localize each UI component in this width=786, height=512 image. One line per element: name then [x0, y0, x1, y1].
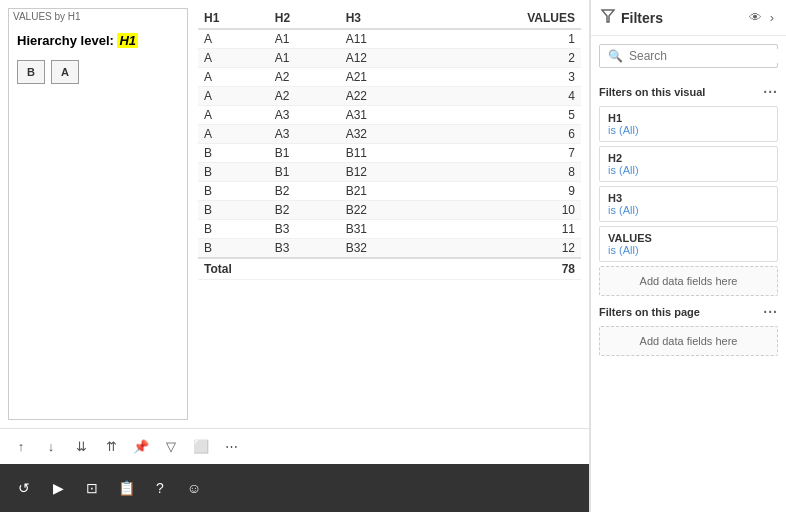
filter-item-name: H1: [608, 112, 769, 124]
cell-h2: A2: [269, 87, 340, 106]
cell-values: 11: [426, 220, 581, 239]
table-row: B B1 B11 7: [198, 144, 581, 163]
cell-values: 9: [426, 182, 581, 201]
col-header-h2: H2: [269, 8, 340, 29]
cell-h1: A: [198, 49, 269, 68]
hierarchy-label: Hierarchy level: H1: [17, 33, 179, 48]
visibility-icon[interactable]: 👁: [747, 8, 764, 27]
play-icon[interactable]: ▶: [44, 474, 72, 502]
cell-h2: A1: [269, 49, 340, 68]
main-area: VALUES by H1 Hierarchy level: H1 B A H1 …: [0, 0, 590, 512]
col-header-values: VALUES: [426, 8, 581, 29]
cell-h2: B2: [269, 201, 340, 220]
table-area: H1 H2 H3 VALUES A A1 A11 1 A A1 A12 2 A …: [198, 8, 581, 420]
cell-h3: B32: [340, 239, 426, 259]
add-fields-visual-btn[interactable]: Add data fields here: [599, 266, 778, 296]
cell-h2: A3: [269, 106, 340, 125]
filters-title: Filters: [621, 10, 741, 26]
cell-h1: B: [198, 201, 269, 220]
cell-h2: A1: [269, 29, 340, 49]
feedback-icon[interactable]: ☺: [180, 474, 208, 502]
table-row: B B2 B22 10: [198, 201, 581, 220]
cell-h1: B: [198, 144, 269, 163]
nav-expand-all-icon[interactable]: ⇊: [68, 434, 94, 460]
total-value: 78: [426, 258, 581, 280]
cell-h3: B31: [340, 220, 426, 239]
filters-panel: Filters 👁 › 🔍 Filters on this visual ···…: [590, 0, 786, 512]
filters-header-icons: 👁 ›: [747, 8, 776, 27]
cell-values: 12: [426, 239, 581, 259]
cell-h3: A11: [340, 29, 426, 49]
table-row: B B3 B32 12: [198, 239, 581, 259]
cell-h1: A: [198, 125, 269, 144]
cell-h1: A: [198, 87, 269, 106]
page-section-more[interactable]: ···: [763, 304, 778, 320]
table-row: A A3 A31 5: [198, 106, 581, 125]
add-fields-page-btn[interactable]: Add data fields here: [599, 326, 778, 356]
filter-item-name: VALUES: [608, 232, 769, 244]
cell-values: 2: [426, 49, 581, 68]
filter-item[interactable]: H2 is (All): [599, 146, 778, 182]
col-header-h3: H3: [340, 8, 426, 29]
cell-h1: A: [198, 68, 269, 87]
cell-h3: A22: [340, 87, 426, 106]
visual-container: VALUES by H1 Hierarchy level: H1 B A H1 …: [0, 0, 589, 428]
cell-h2: B2: [269, 182, 340, 201]
table-row: A A1 A12 2: [198, 49, 581, 68]
table-row: A A1 A11 1: [198, 29, 581, 49]
search-input[interactable]: [629, 49, 779, 63]
cell-h1: A: [198, 106, 269, 125]
nav-toolbar: ↑ ↓ ⇊ ⇈ 📌 ▽ ⬜ ⋯: [0, 428, 589, 464]
filter-item-value: is (All): [608, 164, 769, 176]
cell-values: 6: [426, 125, 581, 144]
filter-item[interactable]: H3 is (All): [599, 186, 778, 222]
cell-h3: B21: [340, 182, 426, 201]
cell-values: 3: [426, 68, 581, 87]
data-table: H1 H2 H3 VALUES A A1 A11 1 A A1 A12 2 A …: [198, 8, 581, 280]
table-row: A A2 A21 3: [198, 68, 581, 87]
total-label: Total: [198, 258, 426, 280]
nav-pin-icon[interactable]: 📌: [128, 434, 154, 460]
visual-section-more[interactable]: ···: [763, 84, 778, 100]
cell-h2: B1: [269, 163, 340, 182]
help-icon[interactable]: ?: [146, 474, 174, 502]
filter-funnel-icon: [601, 9, 615, 26]
nav-collapse-icon[interactable]: ⇈: [98, 434, 124, 460]
search-box[interactable]: 🔍: [599, 44, 778, 68]
nav-more-icon[interactable]: ⋯: [218, 434, 244, 460]
nav-expand-icon[interactable]: ⬜: [188, 434, 214, 460]
nav-up-icon[interactable]: ↑: [8, 434, 34, 460]
table-row: B B2 B21 9: [198, 182, 581, 201]
svg-marker-0: [602, 10, 614, 22]
cell-h3: A12: [340, 49, 426, 68]
export-icon[interactable]: 📋: [112, 474, 140, 502]
filter-button-a[interactable]: A: [51, 60, 79, 84]
filters-on-page-label: Filters on this page ···: [599, 304, 778, 320]
cell-h2: B3: [269, 239, 340, 259]
chevron-right-icon[interactable]: ›: [768, 8, 776, 27]
filter-item[interactable]: VALUES is (All): [599, 226, 778, 262]
filter-item-value: is (All): [608, 124, 769, 136]
cell-h3: B11: [340, 144, 426, 163]
focus-icon[interactable]: ⊡: [78, 474, 106, 502]
cell-h1: B: [198, 239, 269, 259]
table-row: A A2 A22 4: [198, 87, 581, 106]
filter-item[interactable]: H1 is (All): [599, 106, 778, 142]
nav-filter-icon[interactable]: ▽: [158, 434, 184, 460]
cell-values: 10: [426, 201, 581, 220]
cell-h3: A21: [340, 68, 426, 87]
cell-values: 1: [426, 29, 581, 49]
cell-h1: B: [198, 220, 269, 239]
nav-down-icon[interactable]: ↓: [38, 434, 64, 460]
reset-icon[interactable]: ↺: [10, 474, 38, 502]
filter-item-name: H2: [608, 152, 769, 164]
filters-header: Filters 👁 ›: [591, 0, 786, 36]
cell-h3: A32: [340, 125, 426, 144]
left-panel: VALUES by H1 Hierarchy level: H1 B A: [8, 8, 188, 420]
cell-h1: A: [198, 29, 269, 49]
filter-item-name: H3: [608, 192, 769, 204]
col-header-h1: H1: [198, 8, 269, 29]
filter-button-b[interactable]: B: [17, 60, 45, 84]
cell-values: 5: [426, 106, 581, 125]
cell-h2: A2: [269, 68, 340, 87]
